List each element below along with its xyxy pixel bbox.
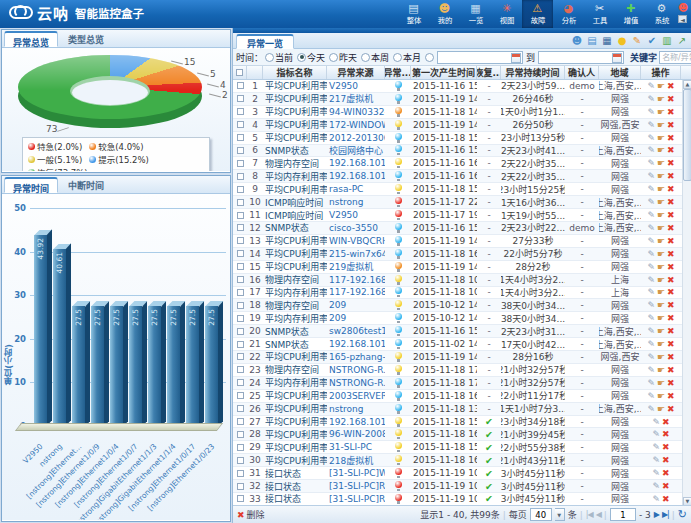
nav-item-我的[interactable]: ☻我的 [429, 0, 460, 28]
confirm-icon[interactable]: ☛ [657, 120, 665, 130]
cell-metric-name[interactable]: 物理内存空间 [263, 157, 327, 169]
confirm-icon[interactable]: ☛ [657, 275, 665, 285]
nav-item-故障[interactable]: ⚠故障 [522, 0, 553, 28]
cell-source[interactable]: 192.168.101.6 [327, 338, 385, 350]
row-checkbox[interactable] [237, 263, 244, 270]
last-page-button[interactable]: ▶| [662, 510, 669, 519]
edit-icon[interactable]: ✎ [647, 404, 655, 414]
bulb-icon[interactable]: ● [616, 34, 628, 47]
nav-item-增值[interactable]: ✚增值 [615, 0, 646, 28]
cell-source[interactable]: [31-SLI-PC]W... [327, 467, 385, 479]
edit-icon[interactable]: ✎ [647, 210, 655, 220]
edit-icon[interactable]: ✎ [647, 365, 655, 375]
delete-icon[interactable]: ✖ [662, 442, 670, 452]
confirm-icon[interactable]: ☛ [657, 404, 665, 414]
time-tab-2[interactable]: 中断时间 [60, 176, 112, 193]
edit-icon[interactable]: ✎ [647, 262, 655, 272]
cell-metric-name[interactable]: 平均内存利用率 [263, 377, 327, 389]
row-checkbox[interactable] [237, 457, 244, 464]
row-checkbox[interactable] [237, 173, 244, 180]
cell-source[interactable]: 192.168.101.163 [327, 416, 385, 428]
cell-source[interactable]: 校园网络中心 [327, 145, 385, 157]
cell-metric-name[interactable]: 平均内存利用率 [263, 170, 327, 182]
cell-source[interactable]: 209 [327, 312, 385, 324]
confirm-icon[interactable]: ☛ [657, 262, 665, 272]
cell-metric-name[interactable]: 物理内存空间 [263, 299, 327, 311]
date-to-input[interactable] [538, 51, 624, 64]
overview-tab-2[interactable]: 类型总览 [60, 30, 112, 47]
confirm-icon[interactable]: ☛ [657, 339, 665, 349]
cell-source[interactable]: 165-pzhang-PC [327, 351, 385, 363]
edit-icon[interactable]: ✎ [647, 275, 655, 285]
confirm-icon[interactable]: ☛ [657, 249, 665, 259]
cell-metric-name[interactable]: 平均CPU利用率 [263, 106, 327, 118]
cell-metric-name[interactable]: 平均内存利用率 [263, 312, 327, 324]
confirm-icon[interactable]: ☛ [657, 365, 665, 375]
row-checkbox[interactable] [237, 392, 244, 399]
cell-metric-name[interactable]: 平均CPU利用率 [263, 80, 327, 92]
cell-metric-name[interactable]: 平均CPU利用率 [263, 351, 327, 363]
delete-icon[interactable]: ✖ [667, 262, 675, 272]
row-checkbox[interactable] [237, 224, 244, 231]
row-checkbox[interactable] [237, 379, 244, 386]
nav-item-工具[interactable]: ✂工具 [584, 0, 615, 28]
delete-icon[interactable]: ✖ [662, 417, 670, 427]
delete-icon[interactable]: ✖ [662, 455, 670, 465]
cell-metric-name[interactable]: 平均CPU利用率 [263, 183, 327, 195]
time-option-custom[interactable] [425, 53, 434, 62]
delete-button[interactable]: ✖删除 [237, 508, 265, 521]
cell-metric-name[interactable]: 平均CPU利用率 [263, 248, 327, 260]
next-page-button[interactable]: ▶ [654, 510, 659, 519]
edit-icon[interactable]: ✎ [647, 94, 655, 104]
row-checkbox[interactable] [237, 315, 244, 322]
delete-icon[interactable]: ✖ [662, 468, 670, 478]
cell-metric-name[interactable]: ICMP响应时间 [263, 196, 327, 208]
cell-metric-name[interactable]: SNMP状态 [263, 145, 327, 157]
delete-icon[interactable]: ✖ [667, 326, 675, 336]
cell-source[interactable]: nstrong [327, 196, 385, 208]
cell-source[interactable]: 192.168.101.98 [327, 157, 385, 169]
delete-icon[interactable]: ✖ [667, 133, 675, 143]
cell-source[interactable]: 117-192.168.1... [327, 274, 385, 286]
edit-icon[interactable]: ✎ [652, 455, 660, 465]
confirm-icon[interactable]: ☛ [657, 94, 665, 104]
cell-source[interactable]: WIN-VBQCRH... [327, 235, 385, 247]
row-checkbox[interactable] [237, 418, 244, 425]
edit-icon[interactable]: ✎ [647, 158, 655, 168]
delete-icon[interactable]: ✖ [667, 391, 675, 401]
confirm-icon[interactable]: ☛ [657, 210, 665, 220]
cell-metric-name[interactable]: 平均CPU利用率 [263, 390, 327, 402]
confirm-icon[interactable]: ☛ [657, 197, 665, 207]
cell-source[interactable]: 94-WIN0332-... [327, 106, 385, 118]
cell-source[interactable]: V2950 [327, 80, 385, 92]
row-checkbox[interactable] [237, 495, 244, 502]
row-checkbox[interactable] [237, 341, 244, 348]
logout-icon[interactable]: ☻◄ [678, 3, 691, 23]
edit-icon[interactable]: ✎ [647, 378, 655, 388]
cell-source[interactable]: 31-SLI-PC [327, 441, 385, 453]
time-option-本周[interactable]: 本周 [361, 51, 389, 64]
cell-source[interactable]: 192.168.101.98 [327, 170, 385, 182]
edit-icon[interactable]: ✎ [647, 223, 655, 233]
time-tab-1[interactable]: 异常时间 [4, 177, 58, 193]
row-checkbox[interactable] [237, 108, 244, 115]
prev-page-button[interactable]: ◀ [596, 510, 601, 519]
delete-icon[interactable]: ✖ [667, 365, 675, 375]
nav-item-整体[interactable]: ▤整体 [398, 0, 429, 28]
radio-今天[interactable] [297, 53, 306, 62]
time-option-今天[interactable]: 今天 [297, 51, 325, 64]
delete-icon[interactable]: ✖ [667, 107, 675, 117]
cell-source[interactable]: sw2806test1 [327, 325, 385, 337]
edit-icon[interactable]: ✎ [647, 236, 655, 246]
cell-metric-name[interactable]: 平均CPU利用率 [263, 403, 327, 415]
edit-icon[interactable]: ✎ [652, 481, 660, 491]
radio-本月[interactable] [393, 53, 402, 62]
page-number-input[interactable] [610, 508, 636, 521]
row-checkbox[interactable] [237, 147, 244, 154]
cell-metric-name[interactable]: 平均CPU利用率 [263, 261, 327, 273]
cell-source[interactable]: 172-WINDOW... [327, 119, 385, 131]
confirm-icon[interactable]: ☛ [657, 326, 665, 336]
delete-icon[interactable]: ✖ [667, 223, 675, 233]
confirm-icon[interactable]: ☛ [657, 158, 665, 168]
calendar-icon[interactable] [511, 53, 521, 63]
